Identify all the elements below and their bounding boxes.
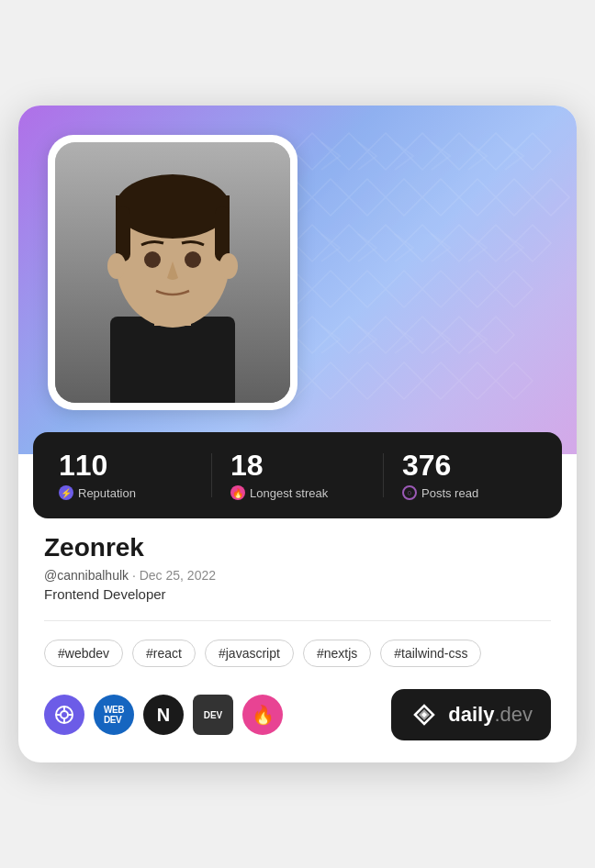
section-divider — [44, 620, 551, 621]
avatar-wrapper — [48, 135, 298, 410]
crosshair-icon[interactable] — [44, 695, 84, 735]
svg-point-13 — [61, 711, 68, 718]
profile-join-date: Dec 25, 2022 — [140, 568, 216, 583]
reputation-value: 110 — [59, 451, 193, 480]
stat-streak: 18 🔥 Longest streak — [230, 451, 365, 500]
stat-divider-2 — [383, 453, 384, 497]
meta-separator: · — [132, 568, 140, 583]
stat-divider-1 — [211, 453, 212, 497]
brand-daily: daily — [448, 703, 494, 727]
reputation-label: ⚡ Reputation — [59, 485, 193, 500]
profile-title: Frontend Developer — [44, 586, 551, 602]
brand-dotdev: .dev — [494, 703, 533, 727]
brand-text: daily.dev — [448, 703, 533, 727]
posts-icon: ○ — [402, 485, 417, 500]
freecodecamp-icon[interactable]: 🔥 — [242, 695, 283, 735]
tags-section: #webdev #react #javascript #nextjs #tail… — [44, 640, 551, 667]
svg-point-11 — [219, 253, 238, 279]
svg-rect-1 — [110, 317, 235, 403]
svg-rect-7 — [215, 206, 230, 262]
brand-badge: daily.dev — [391, 689, 551, 740]
posts-value: 376 — [402, 451, 536, 480]
profile-username: @cannibalhulk — [44, 568, 129, 583]
svg-point-9 — [185, 251, 201, 268]
tag-javascript[interactable]: #javascript — [205, 640, 294, 667]
tag-react[interactable]: #react — [132, 640, 196, 667]
svg-rect-5 — [116, 195, 230, 223]
profile-banner — [18, 106, 577, 454]
stat-posts: 376 ○ Posts read — [402, 451, 536, 500]
streak-value: 18 — [230, 451, 365, 480]
svg-point-8 — [144, 251, 161, 268]
svg-point-10 — [107, 253, 126, 279]
profile-name: Zeonrek — [44, 533, 551, 562]
tag-nextjs[interactable]: #nextjs — [303, 640, 371, 667]
profile-meta: @cannibalhulk · Dec 25, 2022 — [44, 568, 551, 583]
posts-label: ○ Posts read — [402, 485, 536, 500]
nextjs-icon[interactable]: N — [143, 695, 184, 735]
devto-icon[interactable]: DEV — [193, 695, 233, 735]
tag-webdev[interactable]: #webdev — [44, 640, 123, 667]
profile-footer: WEBDEV N DEV 🔥 — [44, 689, 551, 740]
social-icons: WEBDEV N DEV 🔥 — [44, 695, 283, 735]
webdev-icon[interactable]: WEBDEV — [94, 695, 134, 735]
profile-body: Zeonrek @cannibalhulk · Dec 25, 2022 Fro… — [18, 529, 577, 762]
stats-bar: 110 ⚡ Reputation 18 🔥 Longest streak 376… — [33, 432, 562, 518]
reputation-icon: ⚡ — [59, 485, 73, 500]
streak-icon: 🔥 — [230, 485, 245, 500]
profile-card: 110 ⚡ Reputation 18 🔥 Longest streak 376… — [18, 106, 577, 762]
brand-logo-icon — [410, 700, 439, 729]
stat-reputation: 110 ⚡ Reputation — [59, 451, 193, 500]
avatar — [55, 142, 290, 403]
streak-label: 🔥 Longest streak — [230, 485, 365, 500]
tag-tailwind-css[interactable]: #tailwind-css — [380, 640, 481, 667]
svg-rect-6 — [116, 206, 130, 262]
